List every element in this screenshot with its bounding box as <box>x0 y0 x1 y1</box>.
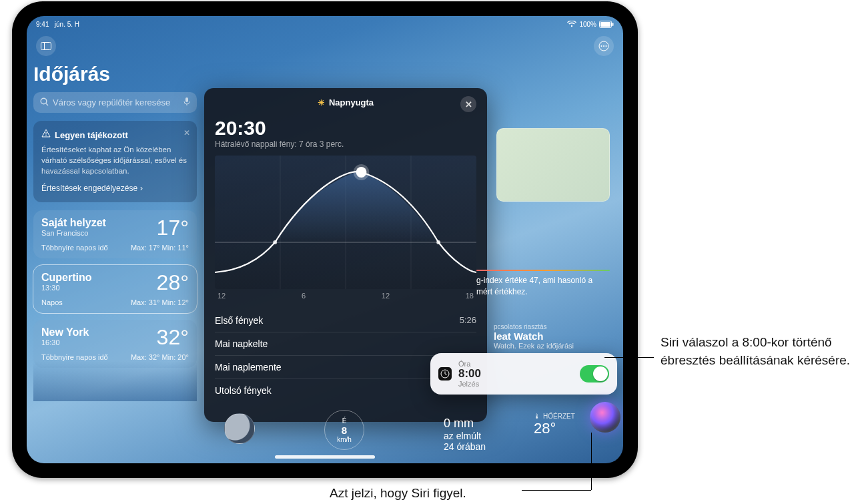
siri-alarm-card[interactable]: Óra 8:00 Jelzés <box>430 353 617 395</box>
svg-point-19 <box>436 240 440 244</box>
info-card: ✕ Legyen tájékozott Értesítéseket kaphat… <box>33 121 197 202</box>
wind-unit: km/h <box>337 436 352 443</box>
svg-line-24 <box>445 374 447 375</box>
precip-map-widget[interactable] <box>496 128 610 202</box>
svg-point-18 <box>273 240 277 244</box>
modal-header: ☀︎ Napnyugta ✕ <box>215 97 476 107</box>
moon-icon <box>224 413 255 444</box>
callout-siri-listening: Azt jelzi, hogy Siri figyel. <box>330 485 466 503</box>
rain-widget[interactable]: 0 mm az elmúlt 24 órában <box>444 417 517 452</box>
x-tick: 18 <box>466 292 474 300</box>
row-first-light: Első fények 5:26 <box>215 309 476 332</box>
uv-index-text: g-index értéke 47, ami hasonló a mért ér… <box>476 270 610 303</box>
more-icon[interactable] <box>594 36 614 56</box>
sidebar-toggle-icon[interactable] <box>36 36 56 56</box>
heat-sub: Watch. Ezek az időjárási <box>494 342 614 350</box>
city-condition: Napos <box>41 298 63 306</box>
svg-point-9 <box>41 98 47 104</box>
sunset-icon: ☀︎ <box>318 98 325 107</box>
uv-line-a: g-index értéke 47, ami hasonló a <box>476 276 592 285</box>
sunset-subtext: Hátralévő nappali fény: 7 óra 3 perc. <box>215 140 476 149</box>
search-icon <box>40 97 49 108</box>
x-tick: 12 <box>382 292 390 300</box>
wifi-icon <box>567 21 576 27</box>
search-placeholder: Város vagy repülőtér keresése <box>53 97 179 107</box>
callout-line <box>604 357 654 358</box>
city-hilo: Max: 32° Min: 20° <box>131 353 189 361</box>
alarm-toggle[interactable] <box>580 365 609 383</box>
city-card-my-location[interactable]: Saját helyzet San Francisco 17° Többnyir… <box>33 210 197 258</box>
rain-line-a: az elmúlt <box>444 431 517 441</box>
status-date: jún. 5. H <box>55 21 79 28</box>
clock-app-icon <box>438 367 452 381</box>
row-value: 5:26 <box>460 315 476 326</box>
city-hilo: Max: 17° Min: 11° <box>131 244 189 252</box>
city-name: Saját helyzet <box>41 217 106 229</box>
close-icon[interactable]: ✕ <box>460 96 476 112</box>
modal-title: Napnyugta <box>329 97 374 107</box>
battery-percent: 100% <box>579 21 596 28</box>
svg-point-6 <box>601 45 602 47</box>
callout-siri-response: Siri válaszol a 8:00-kor történő ébreszt… <box>661 334 861 369</box>
callout-line <box>522 490 591 491</box>
feels-label: HŐÉRZET <box>543 413 575 420</box>
city-condition: Többnyire napos idő <box>41 353 108 361</box>
svg-point-7 <box>603 45 604 47</box>
city-temp: 32° <box>157 326 189 348</box>
svg-rect-11 <box>185 97 188 102</box>
chart-x-ticks: 12 6 12 18 <box>215 292 476 300</box>
top-toolbar <box>36 36 614 56</box>
x-tick: 12 <box>218 292 226 300</box>
row-label: Utolsó fények <box>215 385 272 396</box>
info-link-label: Értesítések engedélyezése <box>41 183 137 194</box>
info-title: Legyen tájékozott <box>55 130 128 142</box>
row-label: Mai naplemente <box>215 362 282 372</box>
city-sub: 16:30 <box>41 338 89 346</box>
heat-tag: pcsolatos riasztás <box>494 323 614 330</box>
svg-point-8 <box>606 45 607 47</box>
close-icon[interactable]: ✕ <box>183 128 190 139</box>
moon-widget[interactable] <box>224 413 304 444</box>
alert-icon <box>41 129 51 142</box>
city-name: Cupertino <box>41 272 92 284</box>
status-time: 9:41 <box>36 21 49 28</box>
status-bar: 9:41 jún. 5. H 100% <box>27 16 623 29</box>
sun-elevation-chart <box>215 156 476 289</box>
city-card-cupertino[interactable]: Cupertino 13:30 28° Napos Max: 31° Min: … <box>33 265 197 313</box>
siri-alarm-sub: Jelzés <box>458 380 573 388</box>
search-input[interactable]: Város vagy repülőtér keresése <box>33 92 197 113</box>
thermometer-icon: 🌡 <box>534 413 540 420</box>
row-sunrise: Mai napkelte <box>215 332 476 355</box>
siri-alarm-time: 8:00 <box>458 368 573 381</box>
compass-icon: É 8 km/h <box>324 410 364 450</box>
dictation-icon[interactable] <box>183 97 190 108</box>
city-sub: San Francisco <box>41 229 106 237</box>
ipad-frame: 9:41 jún. 5. H 100% <box>12 1 638 478</box>
status-right: 100% <box>567 21 614 28</box>
info-body: Értesítéseket kaphat az Ön közelében vár… <box>41 144 189 176</box>
city-temp: 28° <box>157 272 189 293</box>
wind-widget[interactable]: É 8 km/h <box>324 410 431 457</box>
city-hilo: Max: 31° Min: 12° <box>131 298 189 306</box>
heat-watch-widget[interactable]: pcsolatos riasztás leat Watch Watch. Eze… <box>494 323 614 350</box>
page-title: Időjárás <box>33 63 197 85</box>
sunset-time: 20:30 <box>215 117 476 140</box>
row-label: Első fények <box>215 315 263 326</box>
svg-rect-3 <box>41 43 51 50</box>
siri-orb-icon[interactable] <box>590 402 620 433</box>
svg-rect-2 <box>612 23 614 26</box>
enable-notifications-link[interactable]: Értesítések engedélyezése › <box>41 183 189 194</box>
city-condition: Többnyire napos idő <box>41 244 108 252</box>
svg-line-10 <box>46 103 48 105</box>
city-name: New York <box>41 326 89 338</box>
svg-point-21 <box>354 164 370 180</box>
sidebar-fade <box>33 361 197 401</box>
wind-dir: É <box>342 417 347 425</box>
siri-card-text: Óra 8:00 Jelzés <box>458 360 573 389</box>
home-indicator[interactable] <box>275 455 375 459</box>
ipad-screen: 9:41 jún. 5. H 100% <box>27 16 623 463</box>
battery-icon <box>599 21 614 28</box>
uv-line-b: mért értékhez. <box>476 287 528 296</box>
callout-line <box>591 433 592 490</box>
svg-point-13 <box>45 136 47 137</box>
